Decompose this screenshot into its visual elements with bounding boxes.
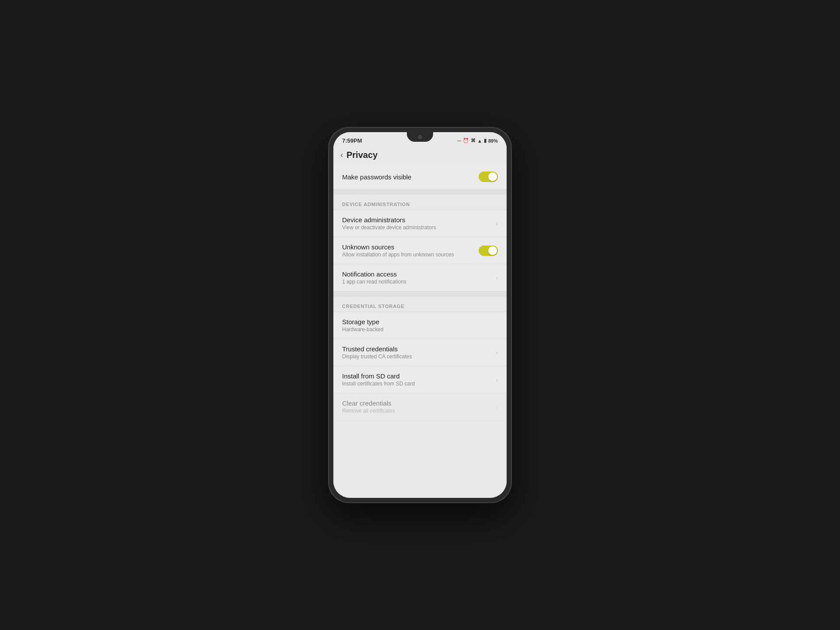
page-title: Privacy — [346, 150, 378, 160]
notification-access-title: Notification access — [342, 270, 492, 278]
wifi-icon: ⌘ — [471, 138, 476, 144]
make-passwords-toggle[interactable] — [479, 172, 498, 182]
notification-access-item[interactable]: Notification access 1 app can read notif… — [333, 264, 507, 291]
section-space-1 — [333, 189, 507, 195]
install-from-sd-card-text: Install from SD card Install certificate… — [342, 372, 492, 387]
camera — [418, 135, 422, 139]
device-administrators-item[interactable]: Device administrators View or deactivate… — [333, 210, 507, 237]
signal-icon: ▲ — [477, 138, 482, 144]
section-space-2 — [333, 291, 507, 297]
device-administrators-chevron: › — [496, 220, 498, 227]
scroll-content: Make passwords visible DEVICE ADMINISTRA… — [333, 164, 507, 498]
install-from-sd-card-subtitle: Install certificates from SD card — [342, 381, 492, 387]
clear-credentials-subtitle: Remove all certificates — [342, 408, 492, 414]
storage-type-subtitle: Hardware-backed — [342, 326, 498, 332]
unknown-sources-subtitle: Allow installation of apps from unknown … — [342, 252, 479, 258]
install-from-sd-card-title: Install from SD card — [342, 372, 492, 380]
status-time: 7:59PM — [342, 137, 362, 144]
storage-type-title: Storage type — [342, 318, 498, 326]
device-administrators-subtitle: View or deactivate device administrators — [342, 224, 492, 231]
clear-credentials-title: Clear credentials — [342, 399, 492, 407]
notification-access-text: Notification access 1 app can read notif… — [342, 270, 492, 285]
alarm-icon: ⏰ — [463, 138, 469, 144]
notification-access-chevron: › — [496, 274, 498, 281]
top-bar: ‹ Privacy — [333, 146, 507, 164]
make-passwords-label: Make passwords visible — [342, 173, 411, 181]
trusted-credentials-text: Trusted credentials Display trusted CA c… — [342, 345, 492, 360]
clear-credentials-chevron: › — [496, 403, 498, 410]
make-passwords-row[interactable]: Make passwords visible — [333, 164, 507, 189]
device-administrators-text: Device administrators View or deactivate… — [342, 216, 492, 231]
device-administrators-title: Device administrators — [342, 216, 492, 224]
trusted-credentials-title: Trusted credentials — [342, 345, 492, 353]
trusted-credentials-item[interactable]: Trusted credentials Display trusted CA c… — [333, 339, 507, 366]
trusted-credentials-chevron: › — [496, 349, 498, 356]
install-from-sd-card-chevron: › — [496, 376, 498, 383]
unknown-sources-text: Unknown sources Allow installation of ap… — [342, 243, 479, 258]
clear-credentials-text: Clear credentials Remove all certificate… — [342, 399, 492, 414]
trusted-credentials-subtitle: Display trusted CA certificates — [342, 354, 492, 360]
toggle-knob — [488, 172, 497, 181]
menu-dots-icon: ··· — [457, 138, 461, 144]
unknown-sources-toggle[interactable] — [479, 245, 498, 256]
unknown-sources-toggle-knob — [488, 246, 497, 255]
battery-icon: ▮ — [484, 138, 486, 144]
credential-storage-header: CREDENTIAL STORAGE — [333, 297, 507, 312]
phone-screen: 7:59PM ··· ⏰ ⌘ ▲ ▮ 89% ‹ Privacy Make pa… — [333, 132, 507, 498]
clear-credentials-item: Clear credentials Remove all certificate… — [333, 393, 507, 420]
storage-type-item: Storage type Hardware-backed — [333, 312, 507, 339]
storage-type-text: Storage type Hardware-backed — [342, 318, 498, 332]
notch — [407, 132, 433, 142]
battery-percent: 89% — [488, 138, 498, 144]
notification-access-subtitle: 1 app can read notifications — [342, 279, 492, 285]
device-admin-header: DEVICE ADMINISTRATION — [333, 195, 507, 210]
unknown-sources-title: Unknown sources — [342, 243, 479, 251]
back-button[interactable]: ‹ — [340, 150, 343, 160]
install-from-sd-card-item[interactable]: Install from SD card Install certificate… — [333, 366, 507, 393]
status-icons: ··· ⏰ ⌘ ▲ ▮ 89% — [457, 138, 498, 144]
phone-frame: 7:59PM ··· ⏰ ⌘ ▲ ▮ 89% ‹ Privacy Make pa… — [328, 127, 512, 503]
unknown-sources-item[interactable]: Unknown sources Allow installation of ap… — [333, 237, 507, 264]
